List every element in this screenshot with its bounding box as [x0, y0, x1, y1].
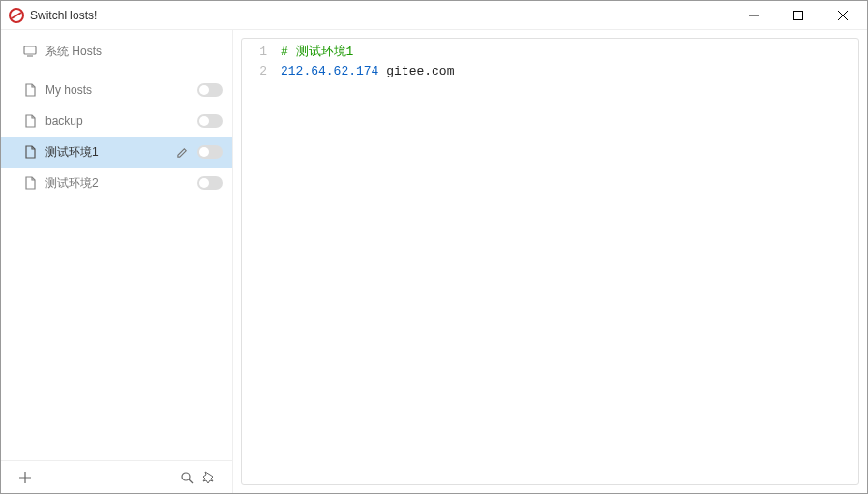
- code-area[interactable]: # 测试环境1212.64.62.174 gitee.com: [275, 39, 858, 484]
- window-controls: [732, 1, 865, 30]
- sidebar-item-4[interactable]: 测试环境2: [1, 168, 232, 199]
- sidebar: 系统 HostsMy hostsbackup测试环境1测试环境2: [1, 30, 233, 493]
- hosts-editor[interactable]: 12 # 测试环境1212.64.62.174 gitee.com: [241, 38, 859, 485]
- edit-icon[interactable]: [174, 146, 190, 159]
- sidebar-item-label: 测试环境2: [45, 175, 197, 192]
- editor-pane: 12 # 测试环境1212.64.62.174 gitee.com: [233, 30, 867, 493]
- enable-toggle[interactable]: [197, 176, 223, 190]
- titlebar: SwitchHosts!: [1, 1, 867, 30]
- svg-rect-2: [24, 46, 36, 54]
- svg-rect-1: [794, 11, 803, 19]
- settings-button[interactable]: [197, 467, 219, 488]
- sidebar-list: 系统 HostsMy hostsbackup测试环境1测试环境2: [1, 30, 232, 460]
- sidebar-item-2[interactable]: backup: [1, 106, 232, 137]
- sidebar-item-3[interactable]: 测试环境1: [1, 137, 232, 168]
- sidebar-footer: [1, 460, 232, 493]
- enable-toggle[interactable]: [197, 83, 223, 97]
- line-number: 2: [246, 62, 267, 81]
- svg-point-3: [182, 473, 190, 480]
- file-icon: [22, 83, 38, 97]
- main-area: 系统 HostsMy hostsbackup测试环境1测试环境2 12 # 测试…: [1, 30, 867, 493]
- close-button[interactable]: [821, 1, 865, 30]
- sidebar-item-label: 测试环境1: [45, 144, 174, 161]
- file-icon: [22, 176, 38, 190]
- line-number: 1: [246, 43, 267, 62]
- app-logo-icon: [9, 8, 24, 23]
- maximize-button[interactable]: [776, 1, 821, 30]
- enable-toggle[interactable]: [197, 145, 223, 159]
- file-icon: [22, 114, 38, 128]
- search-button[interactable]: [176, 467, 197, 488]
- sidebar-item-label: 系统 Hosts: [45, 44, 223, 60]
- sidebar-item-label: backup: [45, 114, 197, 128]
- file-icon: [22, 145, 38, 159]
- sidebar-item-label: My hosts: [45, 83, 197, 97]
- monitor-icon: [22, 45, 38, 58]
- code-line: # 测试环境1: [281, 43, 853, 62]
- line-gutter: 12: [242, 39, 275, 484]
- minimize-button[interactable]: [732, 1, 776, 30]
- enable-toggle[interactable]: [197, 114, 223, 128]
- sidebar-item-1[interactable]: My hosts: [1, 75, 232, 106]
- window-title: SwitchHosts!: [30, 9, 732, 22]
- add-button[interactable]: [15, 467, 36, 488]
- sidebar-item-0[interactable]: 系统 Hosts: [1, 36, 232, 67]
- code-line: 212.64.62.174 gitee.com: [281, 62, 853, 81]
